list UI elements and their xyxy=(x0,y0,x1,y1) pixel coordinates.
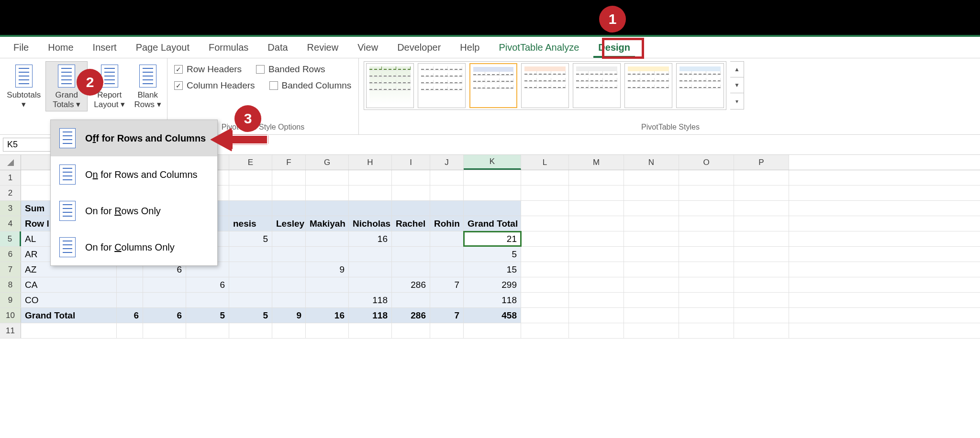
tab-data[interactable]: Data xyxy=(259,38,296,58)
pivot-style-4[interactable] xyxy=(521,63,569,108)
col-G[interactable]: G xyxy=(306,155,349,170)
row-8: 8 CA 6 286 7 299 xyxy=(0,277,980,293)
select-all-corner[interactable] xyxy=(0,155,21,170)
ribbon-tabs: File Home Insert Page Layout Formulas Da… xyxy=(0,37,980,58)
rowhdr-4[interactable]: 4 xyxy=(0,216,21,231)
col-K[interactable]: K xyxy=(464,155,521,170)
report-layout-icon xyxy=(101,65,118,88)
gallery-scroll-up[interactable]: ▲ xyxy=(730,62,744,77)
col-E[interactable]: E xyxy=(229,155,272,170)
cell-E5[interactable]: 5 xyxy=(229,231,272,246)
checkbox-row-headers[interactable]: ✓Row Headers xyxy=(174,64,242,75)
rowhdr-1[interactable]: 1 xyxy=(0,170,21,185)
cell-K7[interactable]: 15 xyxy=(464,262,521,277)
col-I[interactable]: I xyxy=(392,155,430,170)
rowhdr-10[interactable]: 10 xyxy=(0,308,21,323)
rowhdr-7[interactable]: 7 xyxy=(0,262,21,277)
menu-on-rows[interactable]: On for Rows Only xyxy=(51,193,217,229)
cell-A9[interactable]: CO xyxy=(21,293,117,307)
column-headers-label: Column Headers xyxy=(187,80,255,91)
cell-C10[interactable]: 6 xyxy=(143,308,186,323)
col-M[interactable]: M xyxy=(569,155,624,170)
pivot-style-3-selected[interactable] xyxy=(469,63,517,108)
banded-rows-label: Banded Rows xyxy=(268,64,325,75)
tab-view[interactable]: View xyxy=(349,38,387,58)
cell-J10[interactable]: 7 xyxy=(430,308,464,323)
cell-B10[interactable]: 6 xyxy=(117,308,143,323)
cell-K5-active[interactable]: 21 xyxy=(464,231,521,246)
tab-home[interactable]: Home xyxy=(39,38,82,58)
checkbox-banded-rows[interactable]: Banded Rows xyxy=(256,64,325,75)
cell-K8[interactable]: 299 xyxy=(464,277,521,292)
checkbox-column-headers[interactable]: ✓Column Headers xyxy=(174,80,255,91)
name-box[interactable]: K5 xyxy=(3,138,51,152)
pivot-style-6[interactable] xyxy=(624,63,672,108)
tab-developer[interactable]: Developer xyxy=(389,38,449,58)
cell-K6[interactable]: 5 xyxy=(464,247,521,262)
cell-K10[interactable]: 458 xyxy=(464,308,521,323)
callout-badge-3: 3 xyxy=(234,105,261,132)
gallery-expand[interactable]: ▾ xyxy=(730,93,744,109)
cell-E10[interactable]: 5 xyxy=(229,308,272,323)
col-O[interactable]: O xyxy=(679,155,734,170)
cell-F10[interactable]: 9 xyxy=(272,308,306,323)
cell-H9[interactable]: 118 xyxy=(349,293,392,307)
tab-pivottable-analyze[interactable]: PivotTable Analyze xyxy=(490,38,588,58)
rowhdr-11[interactable]: 11 xyxy=(0,323,21,338)
col-N[interactable]: N xyxy=(624,155,679,170)
colhdr-grandtotal: Grand Total xyxy=(464,216,521,231)
callout-badge-2: 2 xyxy=(77,69,103,96)
pivot-style-5[interactable] xyxy=(573,63,621,108)
ribbon-group-pivottable-styles: ▲ ▼ ▾ PivotTable Styles xyxy=(359,58,980,134)
col-J[interactable]: J xyxy=(430,155,464,170)
tab-help[interactable]: Help xyxy=(451,38,488,58)
menu-on-cols[interactable]: On for Columns Only xyxy=(51,229,217,265)
style-gallery[interactable] xyxy=(364,61,726,110)
pivot-style-2[interactable] xyxy=(418,63,466,108)
gallery-scroll-down[interactable]: ▼ xyxy=(730,77,744,93)
pivot-style-7[interactable] xyxy=(676,63,724,108)
cell-J8[interactable]: 7 xyxy=(430,277,464,292)
menu-on-rows-cols[interactable]: On for Rows and Columns xyxy=(51,156,217,193)
colhdr-lesley: Lesley xyxy=(272,216,306,231)
svg-marker-0 xyxy=(7,159,14,166)
rowhdr-3[interactable]: 3 xyxy=(0,201,21,216)
cell-H10[interactable]: 118 xyxy=(349,308,392,323)
tab-file[interactable]: File xyxy=(5,38,37,58)
cell-K9[interactable]: 118 xyxy=(464,293,521,307)
rowhdr-6[interactable]: 6 xyxy=(0,247,21,262)
blank-rows-label: Blank Rows ▾ xyxy=(134,90,161,109)
tab-insert[interactable]: Insert xyxy=(84,38,125,58)
cell-I8[interactable]: 286 xyxy=(392,277,430,292)
blank-rows-button[interactable]: Blank Rows ▾ xyxy=(131,61,164,111)
menu-off-rows-cols[interactable]: Off for Rows and Columns xyxy=(51,120,217,156)
col-F[interactable]: F xyxy=(272,155,306,170)
col-P[interactable]: P xyxy=(734,155,789,170)
menu-icon xyxy=(59,128,76,148)
pivot-style-1[interactable] xyxy=(366,63,414,108)
rowhdr-2[interactable]: 2 xyxy=(0,186,21,200)
cell-D8[interactable]: 6 xyxy=(186,277,229,292)
rowhdr-5[interactable]: 5 xyxy=(0,231,21,246)
colhdr-rachel: Rachel xyxy=(392,216,430,231)
cell-G10[interactable]: 16 xyxy=(306,308,349,323)
row-10-grand-total: 10 Grand Total 6 6 5 5 9 16 118 286 7 45… xyxy=(0,308,980,323)
checkbox-banded-columns[interactable]: Banded Columns xyxy=(269,80,352,91)
subtotals-button[interactable]: Subtotals▾ xyxy=(3,61,45,111)
tab-formulas[interactable]: Formulas xyxy=(200,38,257,58)
col-L[interactable]: L xyxy=(521,155,569,170)
rowhdr-9[interactable]: 9 xyxy=(0,293,21,307)
menu-cols-label: On for Columns Only xyxy=(85,242,175,253)
cell-I10[interactable]: 286 xyxy=(392,308,430,323)
cell-H5[interactable]: 16 xyxy=(349,231,392,246)
col-H[interactable]: H xyxy=(349,155,392,170)
title-bar xyxy=(0,0,980,37)
cell-A10[interactable]: Grand Total xyxy=(21,308,117,323)
tab-page-layout[interactable]: Page Layout xyxy=(127,38,198,58)
cell-D10[interactable]: 5 xyxy=(186,308,229,323)
tab-review[interactable]: Review xyxy=(299,38,347,58)
rowhdr-8[interactable]: 8 xyxy=(0,277,21,292)
grand-totals-dropdown: Off for Rows and Columns On for Rows and… xyxy=(50,120,218,266)
cell-G7[interactable]: 9 xyxy=(306,262,349,277)
cell-A8[interactable]: CA xyxy=(21,277,117,292)
